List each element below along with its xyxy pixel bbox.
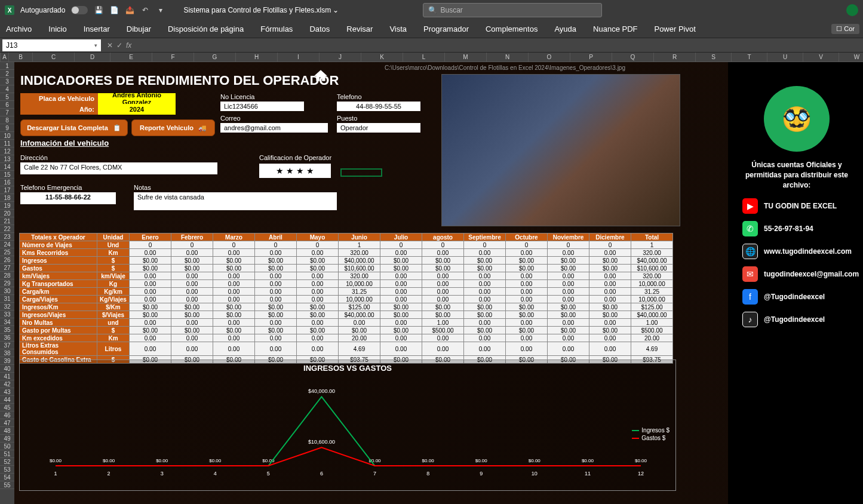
col-header[interactable]: V	[803, 53, 839, 62]
row-header[interactable]: 48	[0, 427, 14, 435]
tab-inicio[interactable]: Inicio	[46, 22, 69, 36]
col-header[interactable]: B	[9, 53, 33, 62]
tab-revisar[interactable]: Revisar	[344, 22, 375, 36]
col-header[interactable]: M	[445, 53, 487, 62]
col-header[interactable]: I	[278, 53, 320, 62]
row-header[interactable]: 44	[0, 396, 14, 404]
row-header[interactable]: 13	[0, 155, 14, 163]
row-header[interactable]: 21	[0, 217, 14, 225]
social-tiktok[interactable]: ♪@Tugodindeexcel	[734, 312, 859, 327]
row-header[interactable]: 42	[0, 380, 14, 388]
row-header[interactable]: 11	[0, 140, 14, 147]
col-header[interactable]: U	[767, 53, 803, 62]
row-header[interactable]: 47	[0, 419, 14, 427]
new-icon[interactable]: 📄	[109, 5, 119, 15]
social-whatsapp[interactable]: ✆55-26-97-81-94	[734, 221, 859, 236]
row-header[interactable]: 30	[0, 287, 14, 295]
col-header[interactable]: J	[320, 53, 361, 62]
notas-value[interactable]: Sufre de vista cansada	[134, 192, 337, 210]
row-header[interactable]: 46	[0, 411, 14, 419]
row-header[interactable]: 29	[0, 279, 14, 287]
undo-icon[interactable]: ↶	[140, 5, 150, 15]
row-header[interactable]: 24	[0, 241, 14, 248]
row-header[interactable]: 9	[0, 124, 14, 132]
row-header[interactable]: 37	[0, 342, 14, 349]
row-header[interactable]: 35	[0, 326, 14, 334]
direccion-value[interactable]: Calle 22 No 77 Col Flores, CDMX	[20, 162, 217, 174]
row-header[interactable]: 32	[0, 303, 14, 311]
row-header[interactable]: 16	[0, 179, 14, 186]
col-header[interactable]: D	[75, 53, 110, 62]
row-header[interactable]: 17	[0, 186, 14, 194]
row-header[interactable]: 20	[0, 210, 14, 217]
ribbon-collapse[interactable]: ☐ Cor	[831, 24, 859, 34]
tab-insertar[interactable]: Insertar	[81, 22, 112, 36]
tab-complementos[interactable]: Complementos	[483, 22, 540, 36]
social-youtube[interactable]: ▶TU GODIN DE EXCEL	[734, 198, 859, 214]
row-header[interactable]: 3	[0, 78, 14, 85]
report-button[interactable]: Reporte Vehiculo 🚚	[131, 119, 215, 136]
col-header[interactable]: P	[570, 53, 612, 62]
col-header[interactable]: C	[33, 53, 75, 62]
row-header[interactable]: 7	[0, 109, 14, 116]
col-header[interactable]: E	[110, 53, 152, 62]
tab-vista[interactable]: Vista	[387, 22, 409, 36]
row-header[interactable]: 40	[0, 365, 14, 373]
row-header[interactable]: 49	[0, 435, 14, 442]
placa-value[interactable]: Andres Antonio Gonzalez	[98, 93, 176, 104]
correo-value[interactable]: andres@gmail.com	[220, 123, 328, 133]
row-header[interactable]: 45	[0, 404, 14, 411]
tab-formulas[interactable]: Fórmulas	[258, 22, 295, 36]
tab-archivo[interactable]: Archivo	[4, 22, 34, 36]
social-gmail[interactable]: ✉tugodindeexcel@gmail.com	[734, 266, 859, 282]
row-header[interactable]: 43	[0, 388, 14, 396]
row-header[interactable]: 4	[0, 85, 14, 93]
tab-programador[interactable]: Programador	[421, 22, 471, 36]
cancel-icon[interactable]: ✕	[107, 41, 113, 50]
row-header[interactable]: 5	[0, 93, 14, 101]
home-icon[interactable]	[313, 68, 328, 84]
save-icon[interactable]: 💾	[94, 5, 103, 15]
redo-icon[interactable]: ▾	[156, 5, 165, 15]
row-header[interactable]: 22	[0, 225, 14, 233]
col-header[interactable]: L	[403, 53, 445, 62]
col-header[interactable]: K	[361, 53, 403, 62]
col-header[interactable]: F	[152, 53, 194, 62]
puesto-value[interactable]: Operador	[337, 123, 420, 133]
filename[interactable]: Sistema para Control de Flotillas y Flet…	[183, 6, 339, 14]
row-header[interactable]: 55	[0, 481, 14, 489]
social-web[interactable]: 🌐www.tugodindeexcel.com	[734, 244, 859, 259]
search-box[interactable]: 🔍 Buscar	[423, 3, 602, 17]
row-header[interactable]: 2	[0, 70, 14, 78]
row-header[interactable]: 14	[0, 163, 14, 171]
tab-nuance[interactable]: Nuance PDF	[591, 22, 640, 36]
row-header[interactable]: 51	[0, 450, 14, 458]
row-header[interactable]: 38	[0, 349, 14, 357]
row-header[interactable]: 26	[0, 256, 14, 264]
row-header[interactable]: 39	[0, 357, 14, 365]
row-header[interactable]: 23	[0, 233, 14, 241]
tab-datos[interactable]: Datos	[307, 22, 332, 36]
row-header[interactable]: 31	[0, 295, 14, 303]
tab-ayuda[interactable]: Ayuda	[552, 22, 579, 36]
row-header[interactable]: 15	[0, 171, 14, 179]
row-header[interactable]: 54	[0, 474, 14, 481]
accept-icon[interactable]: ✓	[116, 41, 122, 50]
share-icon[interactable]: 📤	[125, 5, 134, 15]
row-header[interactable]: 41	[0, 373, 14, 380]
col-header[interactable]: W	[839, 53, 863, 62]
row-header[interactable]: 25	[0, 248, 14, 256]
download-button[interactable]: Descargar Lista Completa 📋	[20, 119, 128, 136]
selected-cell[interactable]	[340, 168, 382, 177]
telefono-value[interactable]: 44-88-99-55-55	[337, 102, 420, 111]
autosave-toggle[interactable]	[71, 6, 88, 14]
row-header[interactable]: 33	[0, 311, 14, 318]
name-box[interactable]: J13▾	[2, 39, 101, 51]
row-header[interactable]: 8	[0, 116, 14, 124]
tab-powerpivot[interactable]: Power Pivot	[652, 22, 698, 36]
row-header[interactable]: 50	[0, 442, 14, 450]
anio-value[interactable]: 2024	[98, 104, 176, 115]
col-header[interactable]: N	[487, 53, 529, 62]
col-header[interactable]: Q	[612, 53, 654, 62]
row-header[interactable]: 52	[0, 458, 14, 466]
